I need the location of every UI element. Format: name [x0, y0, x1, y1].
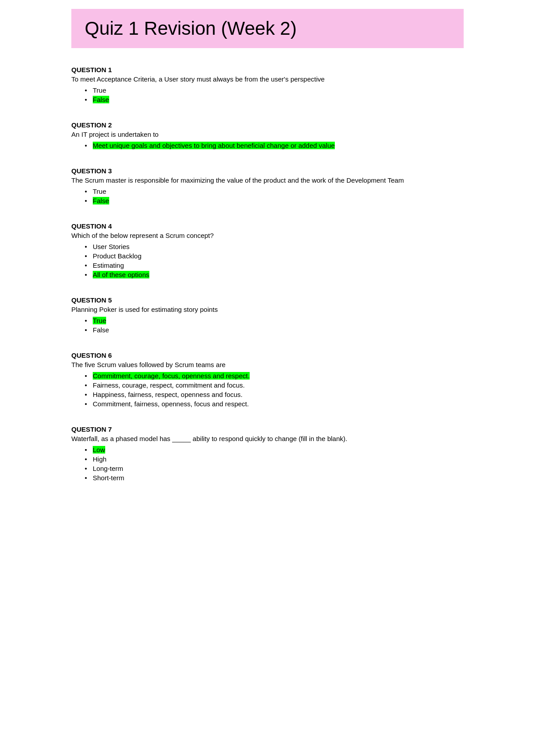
question-block-1: QUESTION 1To meet Acceptance Criteria, a…: [71, 66, 464, 103]
answer-text-5-1: True: [93, 317, 106, 324]
question-block-7: QUESTION 7Waterfall, as a phased model h…: [71, 425, 464, 482]
answer-text-5-2: False: [93, 326, 109, 334]
question-label-6: QUESTION 6: [71, 351, 464, 359]
answer-item-4-4: All of these options: [85, 271, 464, 278]
answer-item-7-3: Long-term: [85, 465, 464, 472]
title-bar: Quiz 1 Revision (Week 2): [71, 9, 464, 48]
answer-item-3-1: True: [85, 188, 464, 195]
questions-container: QUESTION 1To meet Acceptance Criteria, a…: [71, 66, 464, 482]
answer-text-3-2: False: [93, 197, 109, 204]
answer-item-7-4: Short-term: [85, 474, 464, 482]
answer-item-5-2: False: [85, 326, 464, 334]
answer-list-2: Meet unique goals and objectives to brin…: [85, 142, 464, 149]
answer-item-7-2: High: [85, 455, 464, 463]
answer-text-4-1: User Stories: [93, 243, 130, 250]
answer-item-7-1: Low: [85, 446, 464, 454]
answer-text-3-1: True: [93, 188, 106, 195]
answer-item-2-1: Meet unique goals and objectives to brin…: [85, 142, 464, 149]
answer-text-6-2: Fairness, courage, respect, commitment a…: [93, 381, 245, 389]
answer-list-1: TrueFalse: [85, 86, 464, 103]
answer-list-3: TrueFalse: [85, 188, 464, 204]
answer-text-6-3: Happiness, fairness, respect, openness a…: [93, 391, 243, 398]
question-label-4: QUESTION 4: [71, 222, 464, 230]
page-title: Quiz 1 Revision (Week 2): [85, 18, 450, 39]
question-text-3: The Scrum master is responsible for maxi…: [71, 176, 464, 184]
answer-text-4-4: All of these options: [93, 271, 149, 278]
question-block-4: QUESTION 4Which of the below represent a…: [71, 222, 464, 278]
question-label-3: QUESTION 3: [71, 167, 464, 175]
answer-list-7: LowHighLong-termShort-term: [85, 446, 464, 482]
answer-text-6-1: Commitment, courage, focus, openness and…: [93, 372, 250, 380]
answer-item-4-2: Product Backlog: [85, 252, 464, 260]
answer-item-4-1: User Stories: [85, 243, 464, 250]
question-block-5: QUESTION 5Planning Poker is used for est…: [71, 296, 464, 334]
answer-text-4-3: Estimating: [93, 262, 124, 269]
answer-text-6-4: Commitment, fairness, openness, focus an…: [93, 400, 249, 408]
question-block-6: QUESTION 6The five Scrum values followed…: [71, 351, 464, 408]
answer-item-6-4: Commitment, fairness, openness, focus an…: [85, 400, 464, 408]
question-text-5: Planning Poker is used for estimating st…: [71, 306, 464, 313]
answer-list-5: TrueFalse: [85, 317, 464, 334]
answer-text-4-2: Product Backlog: [93, 252, 141, 260]
answer-text-7-1: Low: [93, 446, 105, 454]
question-label-7: QUESTION 7: [71, 425, 464, 433]
answer-text-7-3: Long-term: [93, 465, 123, 472]
question-block-2: QUESTION 2An IT project is undertaken to…: [71, 121, 464, 149]
answer-text-1-2: False: [93, 96, 109, 103]
question-text-7: Waterfall, as a phased model has _____ a…: [71, 435, 464, 442]
answer-text-7-4: Short-term: [93, 474, 124, 482]
answer-text-2-1: Meet unique goals and objectives to brin…: [93, 142, 335, 149]
question-text-1: To meet Acceptance Criteria, a User stor…: [71, 75, 464, 83]
answer-list-4: User StoriesProduct BacklogEstimatingAll…: [85, 243, 464, 278]
answer-list-6: Commitment, courage, focus, openness and…: [85, 372, 464, 408]
answer-text-1-1: True: [93, 86, 106, 94]
answer-item-6-3: Happiness, fairness, respect, openness a…: [85, 391, 464, 398]
question-text-6: The five Scrum values followed by Scrum …: [71, 361, 464, 368]
answer-item-1-1: True: [85, 86, 464, 94]
answer-item-5-1: True: [85, 317, 464, 324]
question-label-1: QUESTION 1: [71, 66, 464, 74]
question-text-4: Which of the below represent a Scrum con…: [71, 232, 464, 239]
question-text-2: An IT project is undertaken to: [71, 131, 464, 138]
answer-item-4-3: Estimating: [85, 262, 464, 269]
question-label-5: QUESTION 5: [71, 296, 464, 304]
answer-item-1-2: False: [85, 96, 464, 103]
answer-item-6-2: Fairness, courage, respect, commitment a…: [85, 381, 464, 389]
answer-item-6-1: Commitment, courage, focus, openness and…: [85, 372, 464, 380]
question-block-3: QUESTION 3The Scrum master is responsibl…: [71, 167, 464, 204]
question-label-2: QUESTION 2: [71, 121, 464, 129]
answer-text-7-2: High: [93, 455, 107, 463]
answer-item-3-2: False: [85, 197, 464, 204]
